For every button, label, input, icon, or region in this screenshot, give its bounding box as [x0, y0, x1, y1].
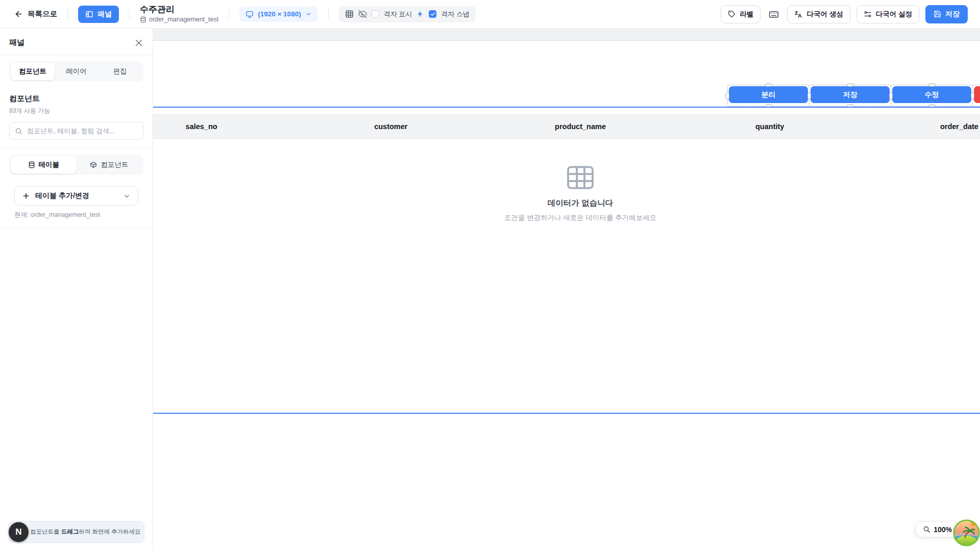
- label-button[interactable]: 라벨: [721, 5, 761, 23]
- tag-icon: [728, 10, 736, 18]
- settings-sliders-icon: [864, 10, 872, 18]
- tab-edit[interactable]: 편집: [98, 63, 142, 80]
- grid-icon: [345, 10, 354, 18]
- grid-show-label: 격자 표시: [384, 10, 412, 19]
- resize-handle[interactable]: [847, 84, 854, 87]
- subtab-tables[interactable]: 테이블: [11, 156, 77, 173]
- selected-button-group: 분리 저장 수정: [729, 86, 980, 105]
- database-icon: [140, 16, 146, 23]
- current-table-label: 현재: order_management_test: [14, 211, 138, 219]
- column-header-product-name[interactable]: product_name: [485, 115, 675, 138]
- tab-components[interactable]: 컴포넌트: [11, 63, 55, 80]
- add-table-dropdown[interactable]: 테이블 추가/변경: [14, 186, 138, 206]
- i18n-generate-button[interactable]: 다국어 생성: [787, 5, 850, 23]
- divider: [67, 9, 68, 20]
- divider: [328, 9, 329, 20]
- empty-table-icon: [566, 165, 595, 190]
- components-section-title: 컴포넌트: [9, 94, 143, 104]
- panel-left-icon: [85, 10, 93, 18]
- column-header-quantity[interactable]: quantity: [675, 115, 865, 138]
- canvas-button-delete[interactable]: [974, 86, 980, 103]
- canvas-button-edit[interactable]: 수정: [892, 86, 971, 103]
- back-to-list-label: 목록으로: [28, 9, 57, 19]
- keyboard-icon: [769, 9, 779, 19]
- resize-handle[interactable]: [726, 92, 729, 99]
- n-avatar-badge: N: [9, 522, 29, 542]
- table-header-row: sales_no customer product_name quantity …: [107, 114, 980, 139]
- resize-handle[interactable]: [807, 92, 811, 99]
- table-subtitle-text: order_management_test: [149, 16, 218, 23]
- table-subtitle: order_management_test: [140, 16, 218, 23]
- grid-settings-group: 격자 표시 격자 스냅: [339, 6, 476, 22]
- keyboard-shortcuts-button[interactable]: [767, 7, 781, 21]
- table-component-selected[interactable]: sales_no customer product_name quantity …: [106, 107, 980, 414]
- i18n-settings-button[interactable]: 다국어 설정: [856, 5, 919, 23]
- panel-toggle-button[interactable]: 패널: [78, 6, 119, 23]
- back-to-list-button[interactable]: 목록으로: [14, 9, 57, 19]
- grid-snap-checkbox[interactable]: [429, 10, 436, 18]
- zoom-level: 100%: [934, 525, 952, 534]
- selected-component[interactable]: [974, 86, 980, 105]
- panel-header: 패널: [0, 29, 153, 55]
- table-padding: [107, 108, 980, 114]
- chevron-down-icon: [123, 192, 131, 200]
- page-title: 수주관리: [140, 5, 218, 15]
- column-header-order-date[interactable]: order_date: [865, 115, 980, 138]
- magnifier-icon: [923, 525, 930, 533]
- lightning-icon: [416, 10, 424, 18]
- tab-layers[interactable]: 레이어: [55, 63, 99, 80]
- toolbar-right-group: 라벨 다국어 생성 다국어 설정 저장: [715, 5, 968, 23]
- search-input[interactable]: [9, 122, 143, 140]
- divider: [129, 9, 130, 20]
- plus-icon: [22, 192, 30, 200]
- panel-title: 패널: [9, 38, 24, 47]
- resize-handle[interactable]: [928, 84, 936, 87]
- panel-subtabs: 테이블 컴포넌트: [9, 155, 143, 175]
- resize-handle[interactable]: [971, 92, 974, 99]
- selected-component[interactable]: 저장: [811, 86, 890, 105]
- selected-component[interactable]: 수정: [892, 86, 971, 105]
- left-panel: 패널 컴포넌트 레이어 편집 컴포넌트 83개 사용 가능 테이블 컴포: [0, 29, 153, 551]
- drag-tip: N 컴포넌트를 드래그하여 화면에 추가하세요: [8, 521, 144, 543]
- island-sticker: [952, 519, 980, 547]
- grid-show-checkbox[interactable]: [372, 10, 379, 18]
- resize-handle[interactable]: [889, 92, 893, 99]
- drag-tip-text: 컴포넌트를 드래그하여 화면에 추가하세요: [8, 521, 144, 543]
- selected-component[interactable]: 분리: [729, 86, 808, 105]
- database-icon: [28, 161, 35, 168]
- subtab-components[interactable]: 컴포넌트: [77, 156, 142, 173]
- close-icon[interactable]: [134, 38, 143, 47]
- empty-state-subtitle: 조건을 변경하거나 새로운 데이터를 추가해보세요: [504, 213, 657, 222]
- page-title-block: 수주관리 order_management_test: [140, 5, 218, 23]
- column-header-customer[interactable]: customer: [296, 115, 485, 138]
- divider: [229, 9, 229, 20]
- resize-handle[interactable]: [765, 84, 772, 87]
- eye-off-icon: [358, 10, 367, 18]
- panel-tabs: 컴포넌트 레이어 편집: [9, 61, 143, 82]
- component-search: [9, 122, 143, 140]
- screen-size-value: (980 × 551): [258, 10, 301, 18]
- package-icon: [90, 161, 97, 168]
- translate-icon: [794, 10, 802, 18]
- screen-size-dropdown[interactable]: (980 × 551): [239, 7, 317, 22]
- components-available-count: 83개 사용 가능: [9, 107, 143, 115]
- table-empty-state: 데이터가 없습니다 조건을 변경하거나 새로운 데이터를 추가해보세요: [107, 139, 980, 222]
- components-section-header: 컴포넌트 83개 사용 가능: [9, 94, 143, 115]
- top-toolbar: 목록으로 패널 수주관리 order_management_test (1920…: [0, 0, 980, 29]
- save-button[interactable]: 저장: [925, 5, 968, 23]
- chevron-down-icon: [305, 11, 312, 17]
- search-icon: [15, 127, 22, 135]
- empty-state-title: 데이터가 없습니다: [548, 198, 613, 209]
- canvas-button-separate[interactable]: 분리: [729, 86, 808, 103]
- arrow-left-icon: [14, 10, 23, 18]
- grid-snap-label: 격자 스냅: [441, 10, 470, 19]
- divider: [0, 228, 153, 228]
- monitor-icon: [246, 10, 254, 18]
- divider: [0, 148, 153, 148]
- save-icon: [934, 10, 941, 18]
- canvas-button-save[interactable]: 저장: [811, 86, 890, 103]
